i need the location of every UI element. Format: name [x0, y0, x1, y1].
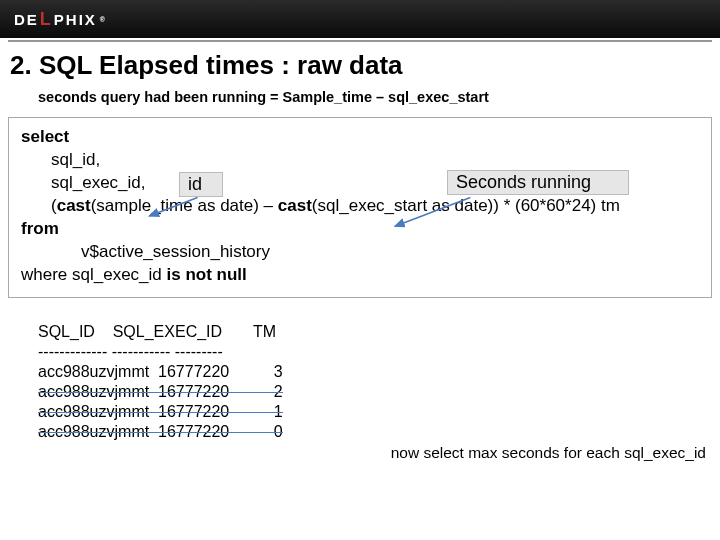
results-separator: ------------- ----------- --------- — [38, 343, 223, 360]
callout-seconds-running: Seconds running — [447, 170, 629, 195]
table-row: acc988uzvjmmt 16777220 0 — [38, 422, 283, 442]
strike-line-icon — [38, 432, 283, 434]
table-row: acc988uzvjmmt 16777220 3 — [38, 363, 283, 380]
code-line: select — [21, 126, 699, 149]
brand-tm: ® — [100, 16, 107, 23]
results-header: SQL_ID SQL_EXEC_ID TM — [38, 323, 276, 340]
brand-text: DE L PHIX ® — [14, 9, 107, 30]
footnote: now select max seconds for each sql_exec… — [0, 442, 720, 462]
brand-accent-icon: L — [40, 9, 53, 30]
subtitle-formula: seconds query had been running = Sample_… — [0, 87, 720, 117]
brand-logo: DE L PHIX ® — [0, 0, 720, 38]
strike-line-icon — [38, 412, 283, 414]
code-line: v$active_session_history — [21, 241, 699, 264]
strike-line-icon — [38, 392, 283, 394]
code-line: (cast(sample_time as date) – cast(sql_ex… — [21, 195, 699, 218]
code-line: from — [21, 218, 699, 241]
callout-id: id — [179, 172, 223, 197]
table-row: acc988uzvjmmt 16777220 2 — [38, 382, 283, 402]
code-line: where sql_exec_id is not null — [21, 264, 699, 287]
brand-pre: DE — [14, 11, 39, 28]
results-table: SQL_ID SQL_EXEC_ID TM ------------- ----… — [0, 298, 720, 442]
page-title: 2. SQL Elapsed times : raw data — [0, 42, 720, 87]
sql-code-box: select sql_id, sql_exec_id, (cast(sample… — [8, 117, 712, 298]
table-row: acc988uzvjmmt 16777220 1 — [38, 402, 283, 422]
brand-post: PHIX — [54, 11, 97, 28]
code-line: sql_id, — [21, 149, 699, 172]
topbar: DE L PHIX ® — [0, 0, 720, 38]
